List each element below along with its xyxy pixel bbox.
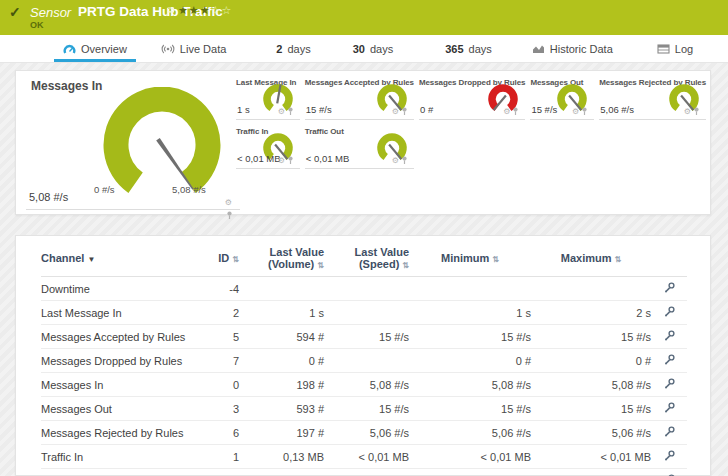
last-value-volume-cell: 197 # — [239, 421, 324, 445]
channel-name-cell: Messages Rejected by Rules — [41, 421, 191, 445]
channel-gauge-tile[interactable]: Traffic Out < 0,01 MB ⚙ — [305, 124, 414, 169]
minimum-cell: 1 s — [409, 301, 531, 325]
channel-row[interactable]: Messages Rejected by Rules 6 197 # 5,06 … — [41, 421, 687, 445]
status-badge: OK — [30, 20, 44, 30]
channel-row[interactable]: Messages Dropped by Rules 7 0 # 0 # 0 # — [41, 349, 687, 373]
gauges-overview-panel: Messages In 0 #/s 5,08 #/s 5,08 #/s ⚙ La… — [15, 70, 711, 215]
channel-gauge-tile[interactable]: Messages Out 15 #/s ⚙ — [530, 75, 594, 120]
channel-name-cell: Traffic In — [41, 445, 191, 469]
gauge-pin-icon[interactable] — [581, 107, 588, 117]
channel-settings-icon[interactable] — [663, 329, 676, 342]
channel-row[interactable]: Messages Out 3 593 # 15 #/s 15 #/s 15 #/… — [41, 397, 687, 421]
channel-id-cell: 0 — [191, 373, 239, 397]
gauge-pin-icon[interactable] — [287, 156, 294, 166]
tab-2-days[interactable]: 2 days — [265, 35, 321, 62]
gauge-settings-gear-icon[interactable]: ⚙ — [278, 108, 285, 116]
tab-number: 2 — [276, 43, 282, 55]
gauge-pin-icon[interactable] — [512, 107, 519, 117]
channel-row[interactable]: Traffic In 1 0,13 MB < 0,01 MB < 0,01 MB… — [41, 445, 687, 469]
last-value-volume-cell — [239, 277, 324, 301]
gauge-settings-gear-icon[interactable]: ⚙ — [392, 157, 399, 165]
priority-star-rating[interactable]: ★★★☆☆ — [178, 4, 232, 17]
gauge-pin-icon[interactable] — [401, 156, 408, 166]
last-value-volume-cell: 0,13 MB — [239, 445, 324, 469]
sort-icon: ⇅ — [232, 255, 239, 264]
channel-settings-icon[interactable] — [663, 353, 676, 366]
tab-log[interactable]: Log — [646, 35, 704, 62]
column-header-id[interactable]: ID⇅ — [191, 236, 239, 277]
tab-number: 365 — [445, 43, 463, 55]
gauge-settings-gear-icon[interactable]: ⚙ — [503, 108, 510, 116]
channel-settings-icon[interactable] — [663, 401, 676, 414]
gauge-pin-icon[interactable] — [693, 107, 700, 117]
tab-label: Overview — [81, 43, 127, 55]
channel-gauge-tile[interactable]: Messages Dropped by Rules 0 # ⚙ — [419, 75, 525, 120]
channel-id-cell: 4 — [191, 469, 239, 476]
channel-row[interactable]: Traffic Out 4 0,39 MB < 0,01 MB < 0,01 M… — [41, 469, 687, 476]
column-header-maximum[interactable]: Maximum⇅ — [531, 236, 651, 277]
tab-number: 30 — [353, 43, 365, 55]
gauge-pin-icon[interactable] — [401, 107, 408, 117]
tab-historic-data[interactable]: Historic Data — [521, 35, 624, 62]
tab-label: days — [370, 43, 393, 55]
column-label: Last Value — [324, 246, 409, 258]
column-header-last-value-volume[interactable]: Last Value (Volume)⇅ — [239, 236, 324, 277]
minimum-cell: 5,06 #/s — [409, 421, 531, 445]
channel-id-cell: 3 — [191, 397, 239, 421]
channel-id-cell: 5 — [191, 325, 239, 349]
channel-id-cell: 2 — [191, 301, 239, 325]
gauge-current-value: 15 #/s — [306, 104, 332, 115]
channel-gauge-tile[interactable]: Messages Rejected by Rules 5,06 #/s ⚙ — [599, 75, 706, 120]
minimum-cell: < 0,01 MB — [409, 445, 531, 469]
channel-settings-icon[interactable] — [663, 449, 676, 462]
gauge-settings-gear-icon[interactable]: ⚙ — [278, 157, 285, 165]
channel-settings-icon[interactable] — [663, 281, 676, 294]
stars-filled[interactable]: ★★★ — [178, 4, 211, 16]
channel-row[interactable]: Downtime -4 — [41, 277, 687, 301]
gauge-settings-gear-icon[interactable]: ⚙ — [225, 199, 232, 207]
channel-settings-icon[interactable] — [663, 425, 676, 438]
channel-gauge-tile[interactable]: Last Message In 1 s ⚙ — [236, 75, 300, 120]
channel-gauge-tile[interactable]: Traffic In < 0,01 MB ⚙ — [236, 124, 300, 169]
tab-365-days[interactable]: 365 days — [434, 35, 503, 62]
maximum-cell: 5,08 #/s — [531, 373, 651, 397]
channel-id-cell: -4 — [191, 277, 239, 301]
tab-30-days[interactable]: 30 days — [342, 35, 405, 62]
channel-row[interactable]: Last Message In 2 1 s 1 s 2 s — [41, 301, 687, 325]
channel-name-cell: Messages Out — [41, 397, 191, 421]
column-label: Maximum — [561, 252, 612, 264]
stars-empty[interactable]: ☆☆ — [211, 4, 233, 16]
column-header-channel[interactable]: Channel▼ — [41, 236, 191, 277]
gauge-needle — [156, 138, 195, 190]
channel-row[interactable]: Messages Accepted by Rules 5 594 # 15 #/… — [41, 325, 687, 349]
channel-settings-icon[interactable] — [663, 305, 676, 318]
channel-row[interactable]: Messages In 0 198 # 5,08 #/s 5,08 #/s 5,… — [41, 373, 687, 397]
gauge-current-value: 15 #/s — [531, 104, 557, 115]
channels-table-panel: Channel▼ ID⇅ Last Value (Volume)⇅ Last V… — [15, 235, 711, 476]
gauge-pin-icon[interactable] — [287, 107, 294, 117]
tab-label: Log — [675, 43, 693, 55]
channel-gauge-tile[interactable]: Messages Accepted by Rules 15 #/s ⚙ — [305, 75, 414, 120]
tab-live-data[interactable]: Live Data — [150, 35, 237, 62]
column-header-minimum[interactable]: Minimum⇅ — [409, 236, 531, 277]
primary-channel-gauge-messages-in[interactable]: Messages In 0 #/s 5,08 #/s 5,08 #/s ⚙ — [26, 75, 240, 210]
table-header-row: Channel▼ ID⇅ Last Value (Volume)⇅ Last V… — [41, 236, 687, 277]
channel-name-cell: Last Message In — [41, 301, 191, 325]
gauge-settings-gear-icon[interactable]: ⚙ — [392, 108, 399, 116]
gauge-settings-gear-icon[interactable]: ⚙ — [684, 108, 691, 116]
sort-icon: ⇅ — [615, 255, 622, 264]
sort-icon: ⇅ — [317, 261, 324, 270]
last-value-speed-cell: 5,06 #/s — [324, 421, 409, 445]
gauge-settings-gear-icon[interactable]: ⚙ — [572, 108, 579, 116]
maximum-cell: 0 # — [531, 349, 651, 373]
maximum-cell: 15 #/s — [531, 325, 651, 349]
tab-overview[interactable]: Overview — [52, 35, 138, 62]
historic-data-chart-icon — [532, 43, 545, 54]
tab-label: Live Data — [180, 43, 226, 55]
last-value-volume-cell: 0,39 MB — [239, 469, 324, 476]
status-check-icon: ✓ — [9, 4, 21, 20]
channel-settings-icon[interactable] — [663, 377, 676, 390]
column-header-last-value-speed[interactable]: Last Value (Speed)⇅ — [324, 236, 409, 277]
maximum-cell: 5,06 #/s — [531, 421, 651, 445]
gauge-scale-min: 0 #/s — [94, 184, 115, 195]
